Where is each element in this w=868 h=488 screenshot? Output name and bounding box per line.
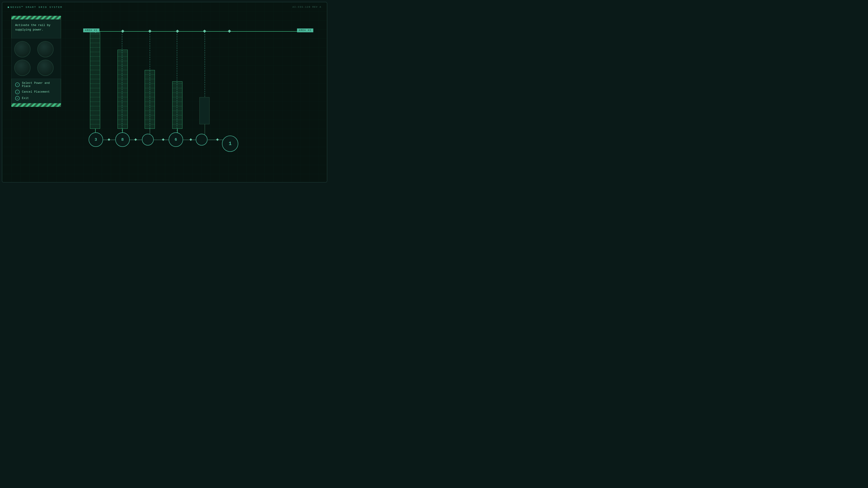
app-title: Nexus™ Smart Grid System [8, 6, 62, 8]
area-1-label: AREA #1 [83, 29, 99, 32]
hd-4 [189, 138, 192, 141]
diagram-area: AREA #1 AREA #2 [70, 16, 322, 168]
dark-box-1 [199, 97, 210, 124]
diamond-6 [228, 30, 231, 33]
control-select-label: Select Power and Place [22, 82, 57, 88]
node-empty-1[interactable] [142, 134, 154, 145]
hd-5 [216, 138, 219, 141]
vert-col5-node [205, 124, 205, 134]
screen-frame: Nexus™ Smart Grid System AI-CSS-128 REV … [2, 2, 327, 183]
node-8[interactable]: 8 [115, 132, 130, 147]
node-3-label: 3 [95, 137, 97, 142]
power-col-4 [172, 81, 182, 129]
power-col-2 [118, 50, 128, 129]
revision-label: AI-CSS-128 REV A [292, 6, 321, 8]
power-col-3 [145, 70, 155, 129]
hd-1 [107, 138, 110, 141]
hd-3 [162, 138, 164, 141]
control-cancel[interactable]: △ Cancel Placement [15, 90, 57, 94]
node-1[interactable]: 1 [222, 135, 238, 152]
node-6-label: 6 [175, 137, 177, 142]
slot-2[interactable] [37, 41, 54, 57]
control-cancel-label: Cancel Placement [22, 90, 50, 94]
node-8-label: 8 [121, 137, 124, 142]
rail-line [84, 31, 309, 32]
left-panel: Activate the rail by supplying power. ✕ … [11, 16, 61, 107]
diamond-5 [203, 30, 206, 33]
control-exit[interactable]: ◎ Exit [15, 96, 57, 101]
slot-3[interactable] [14, 60, 31, 76]
diamond-3 [148, 30, 151, 33]
instruction-text: Activate the rail by supplying power. [15, 23, 57, 32]
control-select[interactable]: ✕ Select Power and Place [15, 82, 57, 88]
panel-instruction-area: Activate the rail by supplying power. [11, 20, 61, 38]
diamond-4 [176, 30, 179, 33]
node-1-label: 1 [228, 141, 231, 147]
node-empty-2[interactable] [196, 134, 208, 145]
hd-2 [134, 138, 137, 141]
node-6[interactable]: 6 [168, 132, 183, 147]
vert-col3-node [150, 129, 150, 134]
control-exit-label: Exit [22, 97, 29, 100]
node-3[interactable]: 3 [89, 132, 103, 147]
slot-1[interactable] [14, 41, 31, 57]
hazard-stripe-bottom [11, 103, 61, 107]
power-col-1 [90, 32, 100, 129]
hazard-stripe-top [11, 16, 61, 20]
slot-4[interactable] [37, 60, 54, 76]
x-icon: ✕ [15, 83, 20, 87]
circle-icon: ◎ [15, 96, 20, 101]
area-2-label: AREA #2 [297, 29, 313, 32]
header: Nexus™ Smart Grid System AI-CSS-128 REV … [2, 6, 327, 8]
controls-area: ✕ Select Power and Place △ Cancel Placem… [11, 79, 61, 103]
panel-slots-area [11, 38, 61, 79]
triangle-icon: △ [15, 90, 20, 94]
